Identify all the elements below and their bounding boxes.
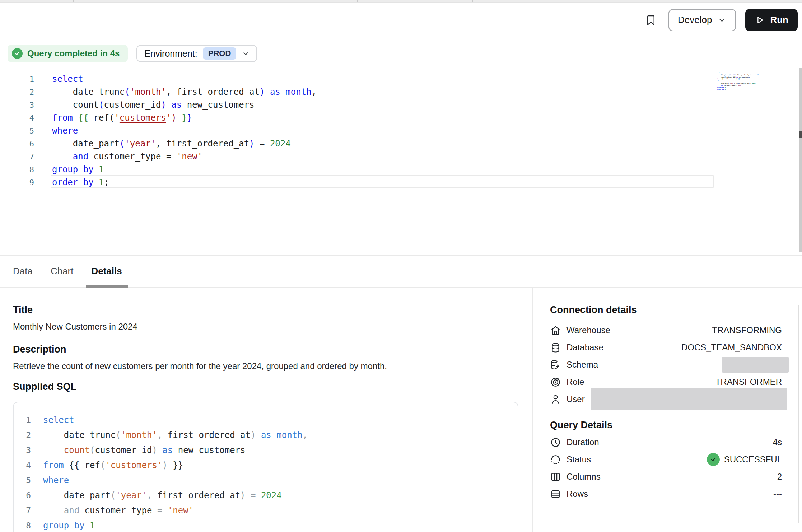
bookmark-icon [645,14,657,26]
duration-value: 4s [773,437,782,447]
tab-chart[interactable]: Chart [51,256,74,287]
status-row: Status SUCCESSFUL [550,451,782,468]
cutoff-tab-strip [0,0,802,3]
description-heading: Description [13,344,532,355]
query-status-text: Query completed in 4s [27,48,120,59]
line-number: 2 [14,430,31,440]
details-content: Title Monthly New Customers in 2024 Desc… [0,288,802,532]
code-line[interactable]: 2 date_trunc('month', first_ordered_at) … [0,85,317,98]
database-value: DOCS_TEAM_SANDBOX [681,342,782,353]
tab-separator [357,0,358,2]
warehouse-value: TRANSFORMING [712,325,782,335]
columns-icon [550,471,561,482]
line-number: 7 [0,152,34,161]
environment-dropdown[interactable]: Environment: PROD [136,45,257,62]
status-value: SUCCESSFUL [707,453,782,466]
chevron-down-icon [717,15,727,25]
warehouse-icon [550,325,561,336]
database-label: Database [566,342,603,353]
rows-value: --- [773,489,782,499]
rows-icon [550,489,561,500]
develop-dropdown-button[interactable]: Develop [668,9,736,31]
results-tab-bar: Data Chart Details [0,255,802,288]
tab-details[interactable]: Details [92,256,122,287]
title-heading: Title [13,304,532,316]
code-line[interactable]: 7 and customer_type = 'new' [0,150,317,163]
line-number: 5 [0,126,34,135]
connection-details-heading: Connection details [550,304,782,316]
warehouse-label: Warehouse [566,325,610,335]
editor-scrollbar[interactable] [799,68,802,252]
duration-row: Duration 4s [550,434,782,451]
code-line: 1select [14,412,518,428]
rows-label: Rows [566,489,588,499]
line-number: 9 [0,178,34,187]
line-number: 8 [14,521,31,530]
line-number: 3 [0,101,34,109]
code-line[interactable]: 1select [0,73,317,85]
status-spinner-icon [550,454,561,465]
duration-label: Duration [566,437,599,447]
code-line: 6 date_part('year', first_ordered_at) = … [14,488,518,503]
code-line[interactable]: 3 count(customer_id) as new_customers [0,98,317,111]
schema-value-redacted [722,357,789,373]
user-icon [550,394,561,405]
line-number: 4 [14,461,31,470]
code-line: 8group by 1 [14,518,518,532]
connection-details-panel: Connection details Warehouse TRANSFORMIN… [532,288,802,532]
schema-label: Schema [566,360,598,370]
line-number: 7 [14,506,31,515]
status-bar: Query completed in 4s Environment: PROD [8,45,257,62]
bookmark-button[interactable] [643,12,659,28]
panel-scrollbar[interactable] [798,305,799,523]
query-metadata-panel: Title Monthly New Customers in 2024 Desc… [0,288,532,532]
play-icon [755,15,765,25]
code-line: 5where [14,473,518,488]
supplied-sql-code-block: 1select2 date_trunc('month', first_order… [13,402,518,532]
chevron-down-icon [242,50,250,58]
tab-separator [591,0,591,2]
line-number: 2 [0,88,34,97]
user-value-redacted [591,388,787,410]
develop-label: Develop [678,14,712,25]
line-number: 4 [0,113,34,122]
code-line[interactable]: 6 date_part('year', first_ordered_at) = … [0,137,317,150]
line-number: 5 [14,476,31,485]
minimap[interactable]: select date_trunc('month', first_ordered… [717,72,802,90]
environment-label: Environment: [144,48,197,59]
check-circle-icon [12,48,23,59]
code-line[interactable]: 9order by 1; [0,176,317,189]
warehouse-row: Warehouse TRANSFORMING [550,322,782,339]
code-line: 2 date_trunc('month', first_ordered_at) … [14,428,518,443]
line-number: 1 [14,415,31,425]
scrollbar-thumb[interactable] [799,131,802,138]
supplied-sql-heading: Supplied SQL [13,381,532,392]
query-status-badge: Query completed in 4s [8,45,128,62]
success-check-icon [707,453,720,466]
connection-rows: Warehouse TRANSFORMING Database DOCS_TEA… [550,322,782,408]
user-label: User [566,394,585,404]
rows-row: Rows --- [550,485,782,503]
editor-code: 1select2 date_trunc('month', first_order… [0,73,317,189]
run-button[interactable]: Run [745,9,798,31]
line-number: 6 [14,491,31,500]
tab-separator [687,0,687,2]
schema-row: Schema [550,356,782,373]
role-label: Role [566,377,584,387]
status-text: SUCCESSFUL [724,454,782,465]
columns-row: Columns 2 [550,468,782,485]
description-value: Retrieve the count of new customers per … [13,361,532,372]
tab-data[interactable]: Data [13,256,33,287]
code-line: 3 count(customer_id) as new_customers [14,443,518,458]
code-line[interactable]: 4from {{ ref('customers') }} [0,111,317,124]
role-value: TRANSFORMER [715,377,782,387]
tab-separator [73,0,74,2]
code-line[interactable]: 5where [0,124,317,137]
database-icon [550,342,561,353]
user-row: User [550,391,782,408]
tab-separator [190,0,190,2]
status-label: Status [566,454,591,465]
code-line: order by 1; [717,88,802,90]
header-toolbar: Develop Run [0,3,802,37]
code-line[interactable]: 8group by 1 [0,163,317,176]
